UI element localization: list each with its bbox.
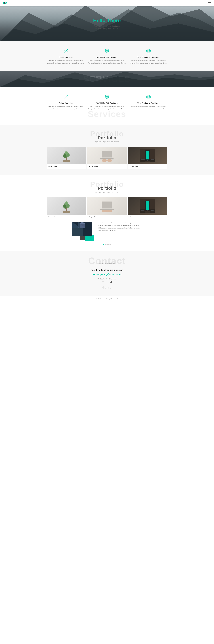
svg-point-33 bbox=[67, 96, 68, 96]
portfolio-item-2[interactable]: Project Here bbox=[87, 147, 127, 168]
plant-svg-1 bbox=[61, 149, 72, 162]
svg-line-10 bbox=[64, 50, 65, 51]
service-title-2: We Will Do ALL The Work bbox=[88, 102, 126, 104]
portfolio-grid-1: Project Here Project Here bbox=[47, 147, 167, 168]
service-icon-globe: ✈ bbox=[145, 94, 152, 100]
pagination-dot-3[interactable] bbox=[107, 244, 108, 245]
svg-rect-59 bbox=[100, 158, 114, 160]
feature-title-1: Tell Us Your Idea bbox=[47, 56, 84, 58]
feature-icon-diamond-1 bbox=[104, 48, 110, 54]
portfolio-img-laptop-1 bbox=[87, 147, 127, 164]
service-icon-wand bbox=[62, 94, 69, 100]
portfolio-detail-accent-1 bbox=[85, 235, 94, 241]
svg-rect-89 bbox=[141, 210, 145, 210]
portfolio-detail-text: Lorem ipsum dolor sit amet consectetur a… bbox=[98, 222, 142, 232]
contact-social-label: Find Us On Social Networks bbox=[5, 278, 209, 280]
pagination bbox=[5, 239, 209, 247]
svg-point-76 bbox=[65, 201, 68, 205]
social-icon-facebook[interactable]: f bbox=[106, 281, 108, 284]
svg-line-11 bbox=[67, 51, 67, 52]
feature-desc-3: Lorem ipsum dolor sit amet consectetur a… bbox=[130, 60, 167, 64]
logo-accent: O bbox=[5, 2, 7, 5]
svg-rect-56 bbox=[63, 160, 70, 162]
hero-section: Hello There We are Leon – Super Creative… bbox=[0, 6, 214, 41]
svg-point-81 bbox=[102, 210, 107, 212]
portfolio-label-4: Project Here bbox=[47, 214, 86, 219]
svg-point-61 bbox=[107, 159, 112, 162]
feature-icon-globe-1: ✈ bbox=[145, 48, 152, 54]
pagination-dot-2[interactable] bbox=[105, 244, 106, 245]
portfolio-tagline-2: If you do it right, it will last forever… bbox=[5, 191, 209, 193]
feature-desc-2: Lorem ipsum dolor sit amet consectetur a… bbox=[88, 60, 126, 64]
svg-rect-77 bbox=[63, 210, 70, 212]
pagination-dot-5[interactable] bbox=[110, 244, 111, 245]
hero-subtitle: We are Leon – Super Creative & Minimal A… bbox=[93, 25, 121, 30]
svg-rect-79 bbox=[102, 202, 112, 208]
svg-point-65 bbox=[147, 160, 148, 161]
phone-svg-2 bbox=[140, 199, 155, 212]
portfolio-label-3: Project Here bbox=[128, 164, 167, 168]
portfolio-img-phone-1 bbox=[128, 147, 167, 164]
svg-line-30 bbox=[64, 96, 66, 99]
portfolio-grid-2: Project Here Project Here bbox=[47, 197, 167, 219]
svg-rect-92 bbox=[151, 210, 154, 211]
services-section: Tell Us Your Idea Lorem ipsum dolor sit … bbox=[0, 87, 214, 125]
service-title-1: Tell Us Your Idea bbox=[47, 102, 84, 104]
portfolio-item-4[interactable]: Project Here bbox=[47, 197, 86, 219]
svg-point-7 bbox=[66, 49, 67, 49]
plant-svg-2 bbox=[61, 199, 72, 212]
portfolio-item-1[interactable]: Project Here bbox=[47, 147, 86, 168]
svg-point-86 bbox=[147, 210, 148, 211]
hamburger-menu[interactable] bbox=[208, 2, 211, 4]
service-desc-1: Lorem ipsum dolor sit amet consectetur a… bbox=[47, 106, 84, 110]
logo-bar bbox=[3, 2, 3, 4]
portfolio-img-phone-2 bbox=[128, 197, 167, 214]
portfolio-detail-scene bbox=[72, 222, 92, 236]
svg-rect-68 bbox=[141, 159, 145, 160]
pagination-dots bbox=[103, 244, 111, 245]
contact-section: Contact We are born to create Feel free … bbox=[0, 251, 214, 296]
footer-brand[interactable]: Leon bbox=[102, 298, 105, 300]
footer: © 2021 Leon All Right Reserved bbox=[0, 296, 214, 302]
svg-line-4 bbox=[66, 50, 67, 50]
contact-tagline: We are born to create bbox=[5, 263, 209, 265]
logo-text: 1 bbox=[4, 2, 5, 5]
portfolio-detail-img-bg bbox=[72, 222, 92, 236]
portfolio-item-3[interactable]: Project Here bbox=[128, 147, 167, 168]
footer-suffix: All Right Reserved bbox=[105, 298, 118, 300]
svg-rect-69 bbox=[141, 160, 144, 160]
service-item-3: ✈ Your Product is Worldwide Lorem ipsum … bbox=[130, 94, 167, 110]
svg-rect-85 bbox=[146, 201, 149, 210]
svg-text:✈: ✈ bbox=[149, 96, 150, 96]
portfolio-section-1: Portfolio Portfolio If you do it right, … bbox=[0, 125, 214, 175]
portfolio-label-5: Project Here bbox=[87, 214, 127, 219]
demo-watermark: demo bbox=[5, 285, 209, 290]
hamburger-line-3 bbox=[208, 4, 211, 4]
portfolio-item-5[interactable]: Project Here bbox=[87, 197, 127, 219]
svg-point-32 bbox=[67, 95, 67, 96]
portfolio-detail-image bbox=[72, 222, 95, 239]
portfolio-item-6[interactable]: Project Here bbox=[128, 197, 167, 219]
svg-point-82 bbox=[107, 210, 112, 212]
portfolio-img-plant-2 bbox=[47, 197, 86, 214]
svg-rect-97 bbox=[80, 224, 85, 228]
social-icon-email[interactable] bbox=[102, 281, 104, 284]
svg-line-31 bbox=[66, 96, 67, 96]
pagination-dot-1[interactable] bbox=[103, 244, 104, 245]
portfolio-label-6: Project Here bbox=[128, 214, 167, 219]
portfolio-tagline-1: If you do it right, it will last forever… bbox=[5, 141, 209, 143]
svg-point-34 bbox=[66, 95, 67, 95]
features-grid: Tell Us Your Idea Lorem ipsum dolor sit … bbox=[47, 48, 167, 64]
pagination-dot-4[interactable] bbox=[108, 244, 109, 245]
feature-desc-1: Lorem ipsum dolor sit amet consectetur a… bbox=[47, 60, 84, 64]
contact-email[interactable]: leonagency@mail.com bbox=[5, 273, 209, 276]
services-banner-bg bbox=[0, 71, 214, 87]
contact-cta: Feel free to drop us a line at: bbox=[5, 269, 209, 272]
svg-point-55 bbox=[65, 151, 68, 155]
header: 1O bbox=[0, 0, 214, 6]
portfolio-label-2: Project Here bbox=[87, 164, 127, 168]
social-icon-twitter[interactable] bbox=[110, 281, 112, 284]
svg-rect-71 bbox=[151, 160, 154, 160]
portfolio-title-1: Portfolio bbox=[5, 135, 209, 140]
logo[interactable]: 1O bbox=[3, 2, 7, 5]
